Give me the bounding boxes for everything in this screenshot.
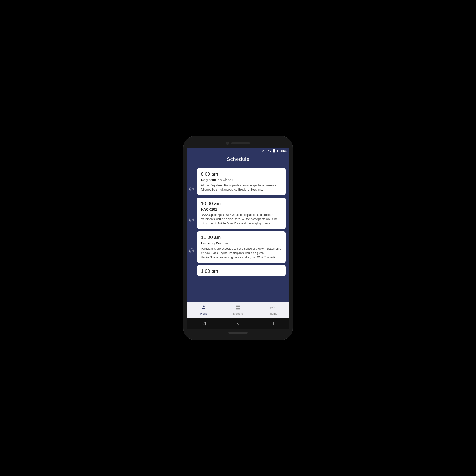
nav-item-timeline[interactable]: Timeline	[255, 302, 289, 318]
phone-device: ⊙ ◫ 4G ▐▌ ▮ 1:51 Schedule	[183, 136, 293, 340]
status-time: 1:51	[280, 149, 287, 153]
phone-camera	[226, 142, 229, 145]
svg-rect-2	[238, 306, 240, 307]
app-title: Schedule	[227, 156, 249, 162]
svg-rect-4	[238, 308, 240, 309]
nav-item-profile[interactable]: Profile	[187, 302, 221, 318]
timeline-wrapper: 8:00 am Registration Check All the Regis…	[187, 166, 286, 302]
schedule-title-3: Hacking Begins	[201, 241, 282, 245]
signal-bars-icon: ▐▌	[272, 149, 276, 152]
schedule-desc-3: Participants are expected to get a sense…	[201, 247, 282, 259]
schedule-desc-1: All the Registered Participants acknowle…	[201, 183, 282, 192]
status-bar: ⊙ ◫ 4G ▐▌ ▮ 1:51	[187, 148, 289, 154]
schedule-card-2[interactable]: 10:00 am HACK101 NASA SpaceApps 2017 wou…	[197, 198, 286, 229]
mentors-icon	[235, 305, 241, 311]
status-icons: ⊙ ◫ 4G ▐▌ ▮ 1:51	[262, 149, 287, 153]
schedule-title-2: HACK101	[201, 207, 282, 211]
schedule-items[interactable]: 8:00 am Registration Check All the Regis…	[197, 167, 286, 300]
phone-home-indicator	[228, 332, 248, 334]
nav-label-mentors: Mentors	[233, 312, 243, 315]
android-home-button[interactable]: ○	[237, 321, 240, 326]
nav-item-mentors[interactable]: Mentors	[221, 302, 255, 318]
nav-label-profile: Profile	[200, 312, 207, 315]
phone-top-bar	[187, 139, 289, 148]
android-nav-bar: ◁ ○ □	[187, 318, 289, 329]
schedule-title-1: Registration Check	[201, 178, 282, 182]
schedule-time-4: 1:00 pm	[201, 269, 282, 274]
svg-rect-3	[236, 308, 238, 309]
schedule-desc-2: NASA SpaceApps 2017 would be explained a…	[201, 213, 282, 226]
bottom-nav: Profile Mentors	[187, 302, 289, 318]
android-back-button[interactable]: ◁	[202, 321, 206, 326]
profile-icon	[201, 305, 206, 311]
schedule-card-4-partial[interactable]: 1:00 pm	[197, 265, 286, 276]
timeline-dot-1	[189, 187, 194, 192]
schedule-time-3: 11:00 am	[201, 235, 282, 240]
phone-screen: ⊙ ◫ 4G ▐▌ ▮ 1:51 Schedule	[187, 148, 289, 329]
svg-point-0	[203, 306, 204, 307]
schedule-time-1: 8:00 am	[201, 171, 282, 177]
app-header: Schedule	[187, 154, 289, 166]
phone-bottom-bar	[187, 329, 289, 337]
wifi-icon: ⊙	[262, 149, 264, 152]
timeline-dot-3	[189, 249, 194, 254]
phone-speaker	[231, 142, 250, 144]
network-4g-icon: 4G	[268, 150, 271, 152]
schedule-card-3[interactable]: 11:00 am Hacking Begins Participants are…	[197, 231, 286, 263]
vibrate-icon: ◫	[265, 149, 267, 152]
timeline-dots-col	[187, 167, 197, 300]
battery-icon: ▮	[277, 149, 278, 152]
schedule-container[interactable]: 8:00 am Registration Check All the Regis…	[187, 166, 289, 302]
timeline-icon	[270, 305, 275, 311]
timeline-dot-2	[189, 218, 194, 223]
svg-rect-1	[236, 306, 238, 307]
nav-label-timeline: Timeline	[267, 312, 277, 315]
android-recent-button[interactable]: □	[271, 321, 274, 326]
schedule-card-1[interactable]: 8:00 am Registration Check All the Regis…	[197, 168, 286, 195]
schedule-time-2: 10:00 am	[201, 201, 282, 206]
